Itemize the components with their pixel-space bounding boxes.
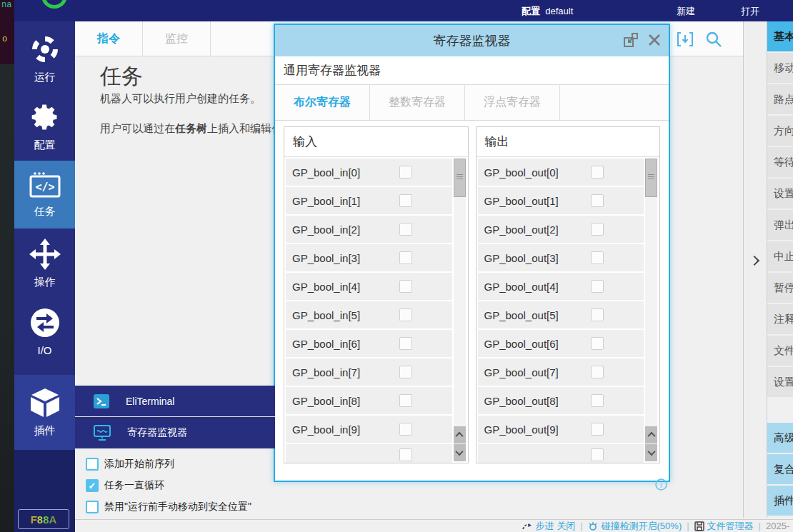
- register-row: GP_bool_out[9]: [478, 416, 644, 443]
- instruction-button[interactable]: 设置: [767, 367, 793, 397]
- register-name: GP_bool_in[9]: [286, 423, 360, 436]
- new-button[interactable]: 新建: [677, 5, 695, 18]
- register-type-tabs: 布尔寄存器 整数寄存器 浮点寄存器: [275, 85, 669, 121]
- register-checkbox[interactable]: [591, 280, 604, 293]
- register-checkbox[interactable]: [591, 337, 604, 350]
- top-bar: 配置 default 新建 打开 保存: [14, 0, 793, 21]
- instruction-button[interactable]: 暂停: [767, 273, 793, 303]
- instruction-button[interactable]: 移动: [767, 53, 793, 83]
- background-terminal: na o: [0, 0, 14, 532]
- tab-command[interactable]: 指令: [75, 21, 143, 56]
- register-checkbox[interactable]: [591, 366, 604, 378]
- register-name: GP_bool_out[5]: [478, 309, 559, 321]
- file-manager-link[interactable]: 文件管理器: [694, 520, 754, 532]
- option-checkbox[interactable]: [86, 479, 99, 492]
- instruction-button[interactable]: 文件: [767, 336, 793, 366]
- register-checkbox[interactable]: [399, 251, 412, 264]
- option-checkbox[interactable]: [86, 501, 99, 513]
- instruction-category-button[interactable]: 高级: [767, 423, 793, 453]
- register-name: GP_bool_out[4]: [478, 281, 559, 293]
- instruction-category-button[interactable]: 复合: [767, 454, 793, 484]
- search-icon[interactable]: [704, 30, 723, 49]
- sidebar-item-operate[interactable]: 操作: [14, 230, 75, 298]
- instruction-category-button[interactable]: 插件: [767, 486, 793, 516]
- sidebar-item-run[interactable]: 运行: [14, 25, 75, 93]
- chevron-right-icon[interactable]: [749, 256, 759, 266]
- step-mode-status[interactable]: 步进 关闭: [522, 520, 576, 532]
- scroll-up-button[interactable]: [645, 426, 657, 443]
- scrollbar[interactable]: [454, 159, 466, 461]
- left-sidebar: 运行 配置 </> 任务 操作 I/O 插件: [14, 21, 75, 532]
- scroll-up-button[interactable]: [454, 426, 466, 443]
- svg-text:</>: </>: [35, 181, 54, 194]
- menu-item-register-monitor[interactable]: 寄存器监视器: [75, 417, 275, 448]
- register-checkbox[interactable]: [591, 448, 604, 461]
- popout-icon[interactable]: [623, 32, 639, 48]
- sidebar-item-config[interactable]: 配置: [14, 93, 75, 161]
- instruction-button[interactable]: 方向: [767, 116, 793, 146]
- option-checkbox[interactable]: [86, 458, 99, 471]
- register-name: GP_bool_out[0]: [478, 166, 559, 179]
- register-checkbox[interactable]: [399, 223, 412, 236]
- close-icon[interactable]: [647, 33, 662, 47]
- register-checkbox[interactable]: [591, 223, 604, 236]
- tab-monitor[interactable]: 监控: [143, 21, 211, 56]
- sidebar-item-io[interactable]: I/O: [14, 298, 75, 366]
- instruction-button[interactable]: 路点: [767, 84, 793, 114]
- task-option-row: 禁用"运行前手动移动到安全位置": [86, 496, 251, 518]
- register-checkbox[interactable]: [591, 251, 604, 264]
- register-name: GP_bool_in[6]: [286, 338, 360, 350]
- register-name: GP_bool_out[9]: [478, 423, 559, 436]
- menu-item-eliterminal[interactable]: EliTerminal: [75, 386, 275, 417]
- sidebar-item-plugin[interactable]: 插件: [14, 375, 75, 450]
- register-checkbox[interactable]: [399, 280, 412, 293]
- register-checkbox[interactable]: [399, 166, 412, 179]
- register-checkbox[interactable]: [399, 337, 412, 350]
- register-checkbox[interactable]: [399, 366, 412, 378]
- open-button[interactable]: 打开: [741, 5, 759, 18]
- collision-detection-status[interactable]: 碰撞检测开启(50%): [588, 520, 682, 532]
- register-checkbox[interactable]: [591, 308, 604, 321]
- task-option-row: 任务一直循环: [86, 475, 251, 496]
- register-name: GP_bool_out[8]: [478, 395, 559, 407]
- register-checkbox[interactable]: [591, 166, 604, 179]
- register-tab[interactable]: 浮点寄存器: [465, 85, 560, 120]
- register-checkbox[interactable]: [591, 194, 604, 207]
- status-badge[interactable]: F88A: [18, 509, 69, 529]
- instruction-button[interactable]: 设置: [767, 179, 793, 209]
- register-tab[interactable]: 布尔寄存器: [275, 85, 370, 120]
- sidebar-item-label: 插件: [34, 424, 56, 438]
- register-checkbox[interactable]: [399, 394, 412, 407]
- instruction-button[interactable]: 弹出: [767, 210, 793, 240]
- register-checkbox[interactable]: [591, 394, 604, 407]
- sidebar-item-label: 任务: [34, 205, 56, 219]
- page-title: 任务: [100, 62, 143, 91]
- scrollbar-thumb[interactable]: [645, 159, 657, 197]
- instruction-button[interactable]: 中止: [767, 241, 793, 271]
- scroll-down-button[interactable]: [454, 444, 466, 461]
- instruction-button[interactable]: 基本: [767, 21, 793, 51]
- register-checkbox[interactable]: [591, 423, 604, 436]
- register-tab[interactable]: 整数寄存器: [370, 85, 465, 120]
- register-row: GP_bool_in[1]: [286, 187, 452, 214]
- register-name: GP_bool_in[3]: [286, 252, 360, 264]
- register-checkbox[interactable]: [399, 448, 412, 461]
- scroll-down-button[interactable]: [645, 444, 657, 461]
- scrollbar[interactable]: [645, 159, 657, 461]
- instruction-button[interactable]: 注释: [767, 304, 793, 334]
- register-checkbox[interactable]: [399, 308, 412, 321]
- plugin-flyout-menu: EliTerminal 寄存器监视器: [75, 386, 275, 448]
- sidebar-item-task[interactable]: </> 任务: [14, 161, 75, 229]
- info-icon[interactable]: i: [655, 478, 667, 491]
- scrollbar-thumb[interactable]: [454, 159, 466, 197]
- instruction-button[interactable]: 等待: [767, 147, 793, 177]
- register-name: GP_bool_out[3]: [478, 252, 559, 264]
- register-checkbox[interactable]: [399, 423, 412, 436]
- register-name: GP_bool_in[5]: [286, 309, 360, 321]
- config-indicator: 配置 default: [522, 5, 573, 18]
- register-checkbox[interactable]: [399, 194, 412, 207]
- dialog-header[interactable]: 寄存器监视器: [275, 25, 669, 56]
- insert-variable-icon[interactable]: [676, 30, 694, 49]
- option-label: 禁用"运行前手动移动到安全位置": [104, 501, 251, 513]
- step-icon: [522, 521, 533, 531]
